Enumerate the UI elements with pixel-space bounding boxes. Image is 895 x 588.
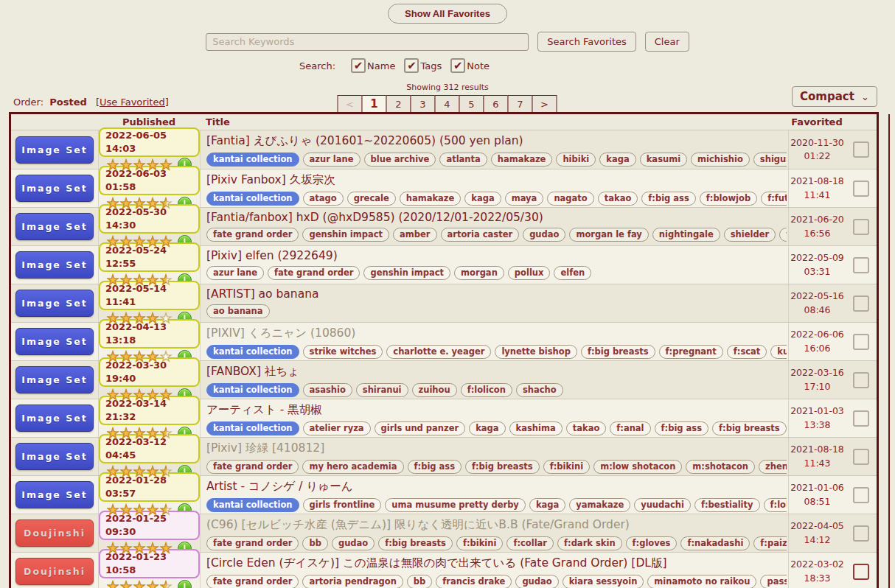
tag-pill[interactable]: kasumi (640, 153, 687, 167)
tag-pill[interactable]: fate grand order (206, 460, 299, 474)
type-button[interactable]: Image Set (15, 481, 94, 508)
tag-pill[interactable]: takao (566, 421, 607, 435)
tag-pill[interactable]: lynette bishop (495, 345, 577, 359)
star-icon[interactable]: ★★ (147, 196, 160, 211)
type-button[interactable]: Image Set (15, 443, 94, 470)
star-icon[interactable]: ★★ (133, 503, 147, 517)
tag-pill[interactable]: f:bestiality (694, 498, 760, 512)
tag-pill[interactable]: f:collar (506, 536, 554, 550)
star-rating[interactable]: ★★★★★★★★★★ (107, 503, 173, 517)
pagination-prev[interactable]: < (338, 95, 363, 113)
tag-pill[interactable]: hamakaze (491, 153, 553, 167)
tag-pill[interactable]: kaga (529, 498, 565, 512)
tag-pill[interactable]: f:pregnant (659, 345, 723, 359)
star-icon[interactable]: ★★ (120, 541, 133, 556)
tag-pill-highlight[interactable]: kantai collection (206, 192, 299, 206)
star-icon[interactable]: ★★ (107, 349, 120, 364)
tag-pill[interactable]: ao banana (206, 304, 270, 318)
use-favorited-link[interactable]: [Use Favorited] (96, 97, 169, 108)
tag-pill[interactable]: f:big ass (655, 421, 708, 435)
tag-pill[interactable]: f:dark skin (557, 536, 622, 550)
search-favorites-button[interactable]: Search Favorites (537, 32, 636, 52)
tag-pill[interactable]: f:paizuri (753, 536, 787, 550)
type-button[interactable]: Doujinshi (15, 558, 94, 585)
star-icon[interactable]: ★★ (120, 349, 133, 364)
star-icon[interactable]: ★★ (133, 426, 147, 441)
tag-pill[interactable]: f:big breasts (712, 421, 787, 435)
star-icon[interactable]: ★★ (120, 234, 133, 249)
tag-pill[interactable]: f:big breasts (581, 345, 655, 359)
pagination-page-3[interactable]: 3 (411, 95, 436, 113)
tag-pill[interactable]: fate grand order (206, 575, 299, 588)
tag-pill[interactable]: f:big breasts (465, 460, 540, 474)
star-rating[interactable]: ★★★★★★★★★★ (107, 158, 173, 172)
star-icon[interactable]: ★★ (133, 158, 147, 172)
tag-pill[interactable]: atelier ryza (303, 421, 371, 435)
tag-pill-highlight[interactable]: kantai collection (206, 383, 299, 397)
star-icon[interactable]: ★★ (133, 196, 147, 211)
tag-pill[interactable]: atlanta (439, 153, 487, 167)
tag-pill[interactable]: bb (407, 575, 432, 588)
row-checkbox[interactable] (853, 334, 869, 350)
tag-pill[interactable]: hibiki (556, 153, 596, 167)
star-icon[interactable]: ★★ (147, 388, 160, 402)
pagination-page-1[interactable]: 1 (362, 95, 387, 113)
tag-pill[interactable]: kashima (509, 421, 563, 435)
star-icon[interactable]: ★★ (147, 158, 160, 172)
tag-pill[interactable]: elfen (554, 266, 591, 280)
star-icon[interactable]: ★★ (147, 579, 160, 588)
view-mode-select[interactable]: Compact ⌄ (792, 86, 877, 107)
star-icon[interactable]: ★★ (107, 388, 120, 402)
row-checkbox[interactable] (853, 525, 869, 542)
star-icon[interactable]: ★★ (120, 158, 133, 172)
tag-pill[interactable]: passionlip (760, 575, 787, 588)
tag-pill[interactable]: f:nakadashi (680, 536, 750, 550)
star-icon[interactable]: ★★ (147, 234, 160, 249)
star-icon[interactable]: ★★ (160, 349, 173, 364)
star-rating[interactable]: ★★★★★★★★★★ (107, 311, 173, 326)
tag-pill[interactable]: f:futanari (761, 192, 787, 206)
star-icon[interactable]: ★★ (107, 426, 120, 441)
star-icon[interactable]: ★★ (160, 273, 173, 287)
star-icon[interactable]: ★★ (147, 349, 160, 364)
tag-pill[interactable]: f:bikini (456, 536, 504, 550)
tag-pill[interactable]: f:scat (727, 345, 767, 359)
search-scope-checkbox-name[interactable]: ✔ (351, 58, 366, 73)
star-icon[interactable]: ★★ (133, 541, 147, 556)
star-icon[interactable]: ★★ (120, 426, 133, 441)
tag-pill[interactable]: azur lane (206, 266, 264, 280)
item-title[interactable]: [Pixiv] 珍緑 [410812] (206, 441, 787, 456)
clear-button[interactable]: Clear (645, 32, 689, 52)
star-icon[interactable]: ★★ (147, 273, 160, 287)
tag-pill[interactable]: f:big breasts (378, 536, 453, 550)
tag-pill[interactable]: shielder (724, 228, 776, 242)
row-checkbox[interactable] (853, 257, 869, 273)
star-rating[interactable]: ★★★★★★★★★★ (107, 234, 173, 249)
star-icon[interactable]: ★★ (107, 503, 120, 517)
star-rating[interactable]: ★★★★★★★★★★ (107, 273, 173, 287)
tag-pill[interactable]: hamakaze (400, 192, 462, 206)
tag-pill[interactable]: fate grand order (206, 536, 299, 550)
star-icon[interactable]: ★★ (160, 426, 173, 441)
star-icon[interactable]: ★★ (120, 196, 133, 211)
tag-pill[interactable]: shacho (516, 383, 563, 397)
star-rating[interactable]: ★★★★★★★★★★ (107, 541, 173, 556)
star-rating[interactable]: ★★★★★★★★★★ (107, 349, 173, 364)
tag-pill[interactable]: bb (302, 536, 327, 550)
pagination-page-5[interactable]: 5 (459, 95, 484, 113)
tag-pill[interactable]: blue archive (364, 153, 436, 167)
tag-pill[interactable]: uma musume pretty derby (385, 498, 526, 512)
tag-pill[interactable]: girls frontline (303, 498, 382, 512)
type-button[interactable]: Doujinshi (15, 519, 94, 547)
type-button[interactable]: Image Set (15, 366, 94, 393)
tag-pill[interactable]: girls und panzer (375, 421, 466, 435)
tag-pill[interactable]: asashio (303, 383, 352, 397)
type-button[interactable]: Image Set (15, 405, 94, 432)
tag-pill[interactable]: michishio (691, 153, 750, 167)
tag-pill[interactable]: fate grand order (206, 228, 299, 242)
tag-pill[interactable]: gudao (515, 575, 558, 588)
tag-pill[interactable]: f:big ass (408, 460, 462, 474)
tag-pill-highlight[interactable]: kantai collection (206, 345, 299, 359)
tag-pill[interactable]: f:bikini (543, 460, 591, 474)
type-button[interactable]: Image Set (15, 251, 94, 279)
